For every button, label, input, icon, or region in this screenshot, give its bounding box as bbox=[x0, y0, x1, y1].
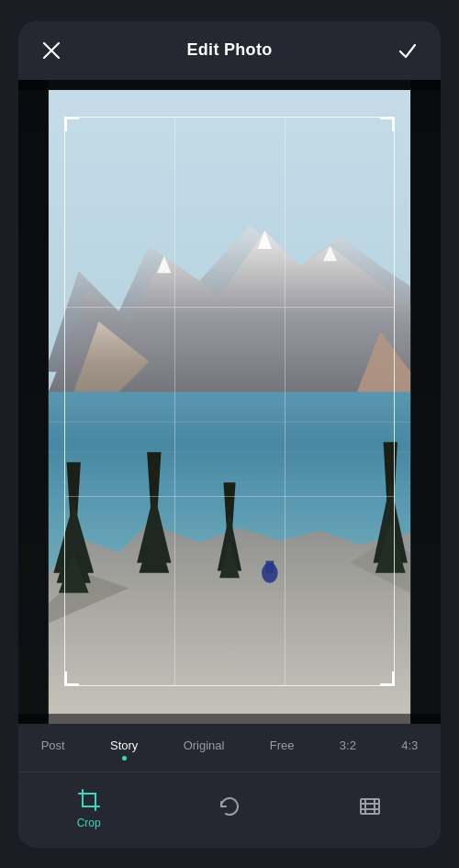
rotate-icon bbox=[217, 794, 242, 819]
svg-rect-37 bbox=[83, 794, 95, 806]
svg-rect-33 bbox=[18, 80, 49, 724]
crop-grid bbox=[65, 118, 394, 685]
close-button[interactable] bbox=[37, 36, 66, 65]
expand-icon bbox=[357, 794, 383, 819]
app-container: Edit Photo bbox=[18, 21, 441, 848]
header: Edit Photo bbox=[18, 21, 441, 80]
crop-handle-bottom-right[interactable] bbox=[380, 671, 395, 686]
ratio-bar: Post Story Original Free 3:2 4:3 bbox=[18, 724, 441, 772]
page-title: Edit Photo bbox=[187, 40, 273, 60]
crop-icon bbox=[76, 787, 102, 813]
image-edit-area[interactable] bbox=[18, 80, 441, 724]
toolbar: Crop bbox=[18, 772, 441, 848]
crop-tool[interactable]: Crop bbox=[62, 783, 117, 833]
svg-rect-38 bbox=[361, 799, 379, 814]
ratio-original[interactable]: Original bbox=[176, 735, 232, 764]
svg-rect-34 bbox=[410, 80, 441, 724]
ratio-story[interactable]: Story bbox=[103, 735, 145, 764]
ratio-free[interactable]: Free bbox=[263, 735, 302, 764]
expand-tool[interactable] bbox=[342, 790, 397, 827]
ratio-4-3[interactable]: 4:3 bbox=[394, 735, 425, 764]
svg-rect-35 bbox=[18, 80, 441, 90]
crop-border bbox=[64, 117, 395, 686]
crop-handle-top-left[interactable] bbox=[64, 117, 79, 131]
crop-label: Crop bbox=[77, 817, 101, 829]
confirm-button[interactable] bbox=[393, 36, 422, 65]
crop-frame[interactable] bbox=[64, 117, 395, 686]
rotate-tool[interactable] bbox=[202, 790, 257, 827]
svg-rect-36 bbox=[18, 714, 441, 724]
ratio-post[interactable]: Post bbox=[34, 735, 73, 764]
crop-handle-top-right[interactable] bbox=[380, 117, 395, 131]
ratio-story-dot bbox=[122, 756, 127, 761]
crop-handle-bottom-left[interactable] bbox=[64, 671, 79, 686]
ratio-3-2[interactable]: 3:2 bbox=[332, 735, 364, 764]
